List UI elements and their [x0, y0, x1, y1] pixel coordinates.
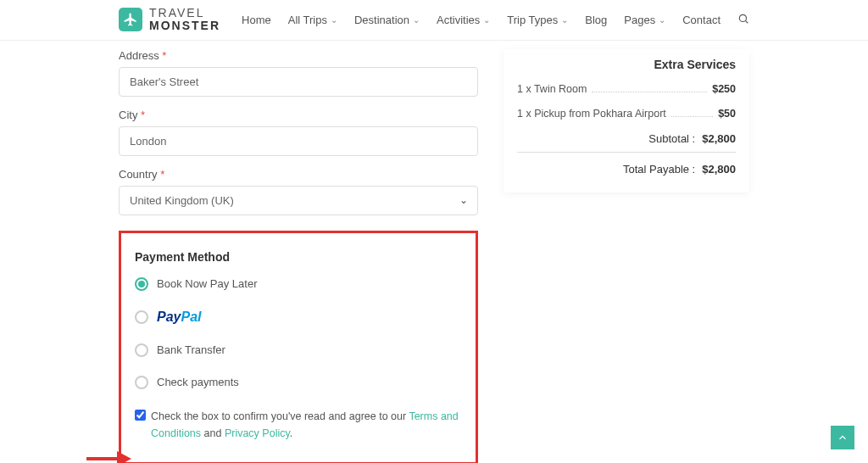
privacy-link[interactable]: Privacy Policy: [225, 427, 290, 439]
extra-services-title: Extra Services: [517, 58, 736, 71]
svg-line-1: [746, 21, 748, 24]
nav-contact[interactable]: Contact: [682, 14, 721, 26]
nav-activities[interactable]: Activities⌄: [437, 14, 490, 26]
nav-home[interactable]: Home: [242, 14, 271, 26]
radio-icon: [135, 376, 148, 389]
payment-title: Payment Method: [135, 250, 462, 264]
nav-trip-types[interactable]: Trip Types⌄: [507, 14, 568, 26]
svg-point-0: [739, 14, 746, 21]
country-label: Country *: [119, 168, 478, 181]
paypal-logo: PayPal: [157, 310, 201, 325]
nav-pages[interactable]: Pages⌄: [624, 14, 665, 26]
payment-option-check[interactable]: Check payments: [135, 376, 462, 389]
subtotal-row: Subtotal : $2,800: [517, 132, 736, 145]
payment-option-book-now-pay-later[interactable]: Book Now Pay Later: [135, 277, 462, 291]
radio-icon: [135, 343, 148, 357]
search-icon[interactable]: [737, 13, 749, 27]
main-nav: Home All Trips⌄ Destination⌄ Activities⌄…: [242, 13, 749, 27]
arrow-annotation: [85, 446, 131, 463]
scroll-to-top-button[interactable]: [831, 426, 854, 449]
plane-icon: [119, 8, 142, 31]
payment-option-paypal[interactable]: PayPal: [135, 310, 462, 325]
nav-all-trips[interactable]: All Trips⌄: [288, 14, 337, 26]
chevron-down-icon: ⌄: [483, 15, 490, 25]
brand-logo[interactable]: TRAVEL MONSTER: [119, 7, 220, 33]
country-select[interactable]: United Kingdom (UK): [119, 186, 478, 215]
nav-blog[interactable]: Blog: [585, 14, 607, 26]
payment-option-bank-transfer[interactable]: Bank Transfer: [135, 343, 462, 357]
summary-line-item: 1 x Twin Room $250: [517, 83, 736, 96]
order-summary: Extra Services 1 x Twin Room $250 1 x Pi…: [504, 49, 749, 192]
svg-marker-3: [117, 451, 131, 463]
checkout-form: Address * City * Country * United Kingdo…: [119, 49, 478, 463]
address-input[interactable]: [119, 67, 478, 97]
chevron-down-icon: ⌄: [331, 15, 337, 25]
nav-destination[interactable]: Destination⌄: [354, 14, 420, 26]
divider: [517, 152, 736, 153]
chevron-down-icon: ⌄: [413, 15, 420, 25]
terms-checkbox[interactable]: [135, 410, 146, 421]
payment-method-section: Payment Method Book Now Pay Later PayPal…: [119, 231, 478, 463]
chevron-down-icon: ⌄: [659, 15, 665, 25]
summary-line-item: 1 x Pickup from Pokhara Airport $50: [517, 108, 736, 120]
city-input[interactable]: [119, 126, 478, 156]
total-payable-row: Total Payable : $2,800: [517, 163, 736, 176]
brand-text: TRAVEL MONSTER: [149, 7, 220, 33]
terms-checkbox-row: Check the box to confirm you've read and…: [135, 408, 462, 442]
radio-icon: [135, 277, 148, 291]
city-label: City *: [119, 109, 478, 121]
radio-icon: [135, 310, 148, 324]
address-label: Address *: [119, 49, 478, 62]
chevron-down-icon: ⌄: [561, 15, 568, 25]
site-header: TRAVEL MONSTER Home All Trips⌄ Destinati…: [0, 0, 868, 41]
